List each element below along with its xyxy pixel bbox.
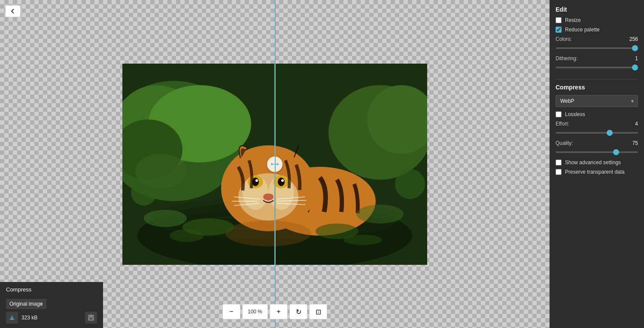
file-size: 323 kB — [21, 315, 37, 321]
reduce-palette-label[interactable]: Reduce palette — [565, 27, 600, 33]
svg-point-32 — [170, 229, 204, 242]
svg-point-34 — [144, 210, 187, 227]
svg-point-29 — [225, 221, 311, 246]
section-divider — [556, 79, 638, 80]
show-advanced-label[interactable]: Show advanced settings — [565, 159, 621, 166]
colors-slider-row: Colors: 256 — [556, 36, 638, 50]
svg-point-21 — [281, 179, 284, 182]
canvas-split-line — [275, 0, 276, 328]
effort-slider[interactable] — [556, 132, 638, 134]
lossless-row: Lossless — [556, 111, 638, 117]
crop-button[interactable]: ⊡ — [309, 304, 327, 319]
preserve-transparent-label[interactable]: Preserve transparent data — [565, 169, 625, 175]
back-button[interactable] — [5, 5, 21, 17]
show-advanced-checkbox[interactable] — [556, 159, 562, 166]
format-select[interactable]: WebP PNG JPEG AVIF — [556, 95, 638, 107]
effort-label: Effort: — [556, 121, 569, 127]
lossless-label[interactable]: Lossless — [565, 111, 585, 117]
svg-rect-41 — [89, 315, 93, 317]
zoom-display: 100 % — [242, 304, 268, 319]
download-small-button[interactable] — [6, 312, 18, 324]
zoom-out-button[interactable]: − — [222, 304, 240, 319]
compress-panel-title: Compress — [0, 282, 103, 297]
dithering-label: Dithering: — [556, 55, 577, 61]
compress-panel: Compress Original image WebP PNG JPEG ▼ — [0, 282, 103, 328]
compress-stats-row: 323 kB — [6, 312, 97, 324]
colors-label: Colors: — [556, 36, 572, 42]
dithering-value: 1 — [635, 55, 638, 61]
resize-label[interactable]: Resize — [565, 17, 581, 23]
colors-value: 256 — [629, 36, 638, 42]
image-select[interactable]: Original image WebP PNG JPEG — [6, 299, 46, 309]
colors-slider[interactable] — [556, 47, 638, 49]
format-select-container: WebP PNG JPEG AVIF ▼ — [556, 95, 638, 107]
quality-value: 75 — [632, 140, 638, 146]
bottom-toolbar: − 100 % + ↻ ⊡ — [222, 304, 327, 319]
rotate-button[interactable]: ↻ — [289, 304, 307, 319]
svg-point-22 — [263, 193, 273, 200]
zoom-in-button[interactable]: + — [270, 304, 288, 319]
quality-label: Quality: — [556, 140, 573, 146]
lossless-checkbox[interactable] — [556, 111, 562, 117]
canvas-area: − 100 % + ↻ ⊡ Compress Original image We… — [0, 0, 644, 328]
svg-point-20 — [255, 179, 258, 182]
compress-section-title: Compress — [556, 84, 638, 91]
effort-slider-row: Effort: 4 — [556, 121, 638, 135]
preserve-transparent-checkbox[interactable] — [556, 169, 562, 175]
effort-value: 4 — [635, 121, 638, 127]
right-panel: Edit Resize Reduce palette Colors: 256 D… — [550, 0, 644, 328]
save-button[interactable] — [85, 312, 97, 324]
svg-rect-42 — [89, 318, 93, 320]
quality-slider[interactable] — [556, 151, 638, 153]
resize-row: Resize — [556, 17, 638, 23]
reduce-palette-row: Reduce palette — [556, 27, 638, 33]
svg-point-38 — [135, 154, 187, 188]
svg-point-35 — [356, 205, 404, 224]
preserve-transparent-row: Preserve transparent data — [556, 169, 638, 175]
svg-point-19 — [278, 178, 285, 186]
show-advanced-row: Show advanced settings — [556, 159, 638, 166]
quality-slider-row: Quality: 75 — [556, 140, 638, 154]
dithering-slider-row: Dithering: 1 — [556, 55, 638, 70]
resize-checkbox[interactable] — [556, 17, 562, 23]
compress-select-row: Original image WebP PNG JPEG ▼ — [6, 299, 97, 309]
edit-section-title: Edit — [556, 6, 638, 13]
svg-point-37 — [395, 169, 425, 199]
dithering-slider[interactable] — [556, 67, 638, 68]
reduce-palette-checkbox[interactable] — [556, 27, 562, 33]
svg-point-33 — [343, 235, 382, 245]
